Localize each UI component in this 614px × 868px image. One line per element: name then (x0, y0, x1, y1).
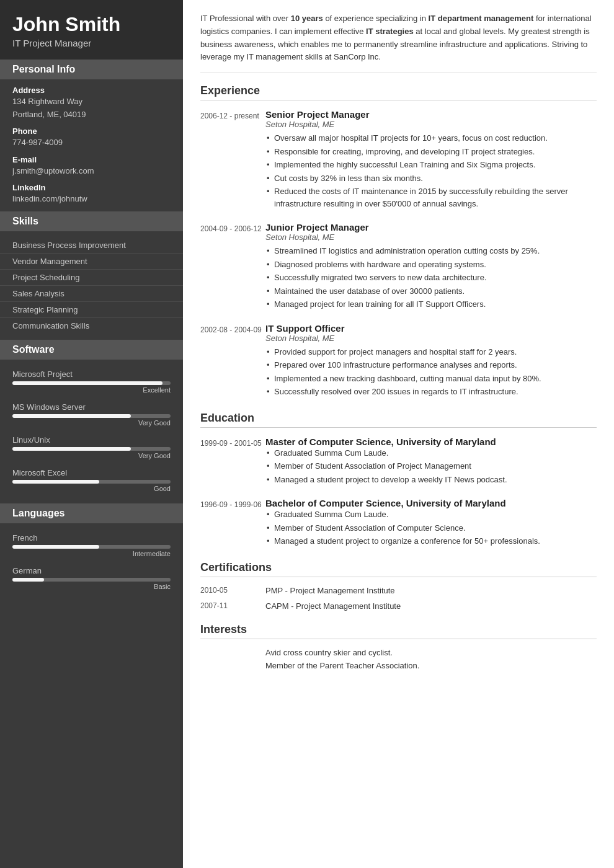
summary-text: IT Professional with over 10 years of ex… (200, 14, 592, 61)
interest-spacer (200, 648, 265, 657)
entry-bullet: Implemented a new tracking dashboard, cu… (265, 373, 597, 385)
skill-item: Business Process Improvement (0, 237, 183, 254)
entry: 1996-09 - 1999-06Bachelor of Computer Sc… (200, 498, 597, 549)
software-bar-fill (12, 381, 162, 385)
entry-bullet: Diagnosed problems with hardware and ope… (265, 259, 597, 271)
skills-section: Skills Business Process ImprovementVendo… (0, 211, 183, 340)
entry-body: Bachelor of Computer Science, University… (265, 498, 597, 549)
software-level-label: Good (12, 485, 171, 492)
interest-text: Avid cross country skier and cyclist. (265, 648, 393, 657)
software-bar (12, 381, 171, 385)
personal-info-heading: Personal Info (0, 60, 183, 79)
entry-bullets: Provided support for project managers an… (265, 346, 597, 398)
skill-item: Strategic Planning (0, 302, 183, 318)
languages-section: Languages FrenchIntermediateGermanBasic (0, 503, 183, 601)
entry-bullet: Streamlined IT logistics and administrat… (265, 245, 597, 257)
entry-body: Master of Computer Science, University o… (265, 436, 597, 487)
software-name: MS Windows Server (12, 402, 171, 412)
phone-label: Phone (0, 126, 183, 136)
interest-entry: Member of the Parent Teacher Association… (200, 661, 597, 670)
entry-bullet: Managed a student project to organize a … (265, 535, 597, 547)
interest-entries: Avid cross country skier and cyclist.Mem… (200, 648, 597, 670)
entry-bullet: Provided support for project managers an… (265, 346, 597, 358)
linkedin-label: LinkedIn (0, 183, 183, 192)
entry-bullet: Member of Student Association of Project… (265, 460, 597, 472)
entry-bullet: Member of Student Association of Compute… (265, 522, 597, 534)
skill-item: Communication Skills (0, 318, 183, 334)
entry: 2004-09 - 2006-12Junior Project ManagerS… (200, 222, 597, 312)
entry-bullets: Graduated Summa Cum Laude.Member of Stud… (265, 508, 597, 547)
entry-bullet: Responsible for creating, improving, and… (265, 146, 597, 158)
education-section: Education 1999-09 - 2001-05Master of Com… (200, 412, 597, 549)
cert-entry: 2007-11CAPM - Project Management Institu… (200, 601, 597, 611)
cert-entries: 2010-05PMP - Project Management Institut… (200, 586, 597, 611)
phone-value: 774-987-4009 (0, 136, 183, 149)
entry-title: Master of Computer Science, University o… (265, 436, 597, 447)
software-level-label: Very Good (12, 419, 171, 427)
entry-body: Junior Project ManagerSeton Hospital, ME… (265, 222, 597, 312)
entry-title: IT Support Officer (265, 323, 597, 334)
entry-bullet: Cut costs by 32% in less than six months… (265, 172, 597, 185)
software-list: Microsoft ProjectExcellentMS Windows Ser… (0, 366, 183, 497)
software-section: Software Microsoft ProjectExcellentMS Wi… (0, 340, 183, 503)
entry-title: Junior Project Manager (265, 222, 597, 232)
entry-date: 2004-09 - 2006-12 (200, 222, 265, 312)
certifications-section: Certifications 2010-05PMP - Project Mana… (200, 561, 597, 611)
entry-date: 2006-12 - present (200, 109, 265, 211)
software-name: Microsoft Excel (12, 468, 171, 477)
experience-entries: 2006-12 - presentSenior Project ManagerS… (200, 109, 597, 399)
language-bar-fill (12, 578, 44, 582)
software-bar-fill (12, 447, 131, 451)
address-label: Address (0, 86, 183, 95)
entry: 2006-12 - presentSenior Project ManagerS… (200, 109, 597, 211)
entry-title: Senior Project Manager (265, 109, 597, 120)
entry-bullet: Maintained the user database of over 300… (265, 285, 597, 298)
software-bar (12, 414, 171, 418)
software-bar-fill (12, 414, 131, 418)
address-line2: Portland, ME, 04019 (0, 108, 183, 121)
software-item: Microsoft ProjectExcellent (0, 366, 183, 399)
interest-spacer (200, 661, 265, 670)
entry-subtitle: Seton Hospital, ME (265, 232, 597, 242)
skill-item: Sales Analysis (0, 286, 183, 302)
software-item: MS Windows ServerVery Good (0, 399, 183, 432)
entry-bullet: Graduated Summa Cum Laude. (265, 447, 597, 459)
entry-body: Senior Project ManagerSeton Hospital, ME… (265, 109, 597, 211)
entry-date: 1999-09 - 2001-05 (200, 436, 265, 487)
experience-section: Experience 2006-12 - presentSenior Proje… (200, 84, 597, 399)
skills-heading: Skills (0, 211, 183, 231)
software-level-label: Very Good (12, 452, 171, 459)
entry-date: 1996-09 - 1999-06 (200, 498, 265, 549)
resume: John Smith IT Project Manager Personal I… (0, 0, 614, 868)
main-content: IT Professional with over 10 years of ex… (183, 0, 614, 868)
language-name: German (12, 566, 171, 575)
entry-bullet: Successfully migrated two servers to new… (265, 272, 597, 284)
entry-title: Bachelor of Computer Science, University… (265, 498, 597, 508)
entry-subtitle: Seton Hospital, ME (265, 120, 597, 129)
interest-entry: Avid cross country skier and cyclist. (200, 648, 597, 657)
languages-list: FrenchIntermediateGermanBasic (0, 529, 183, 595)
language-level-label: Basic (12, 583, 171, 590)
language-bar-fill (12, 545, 99, 549)
entry: 2002-08 - 2004-09IT Support OfficerSeton… (200, 323, 597, 399)
sidebar: John Smith IT Project Manager Personal I… (0, 0, 183, 868)
certifications-heading: Certifications (200, 561, 597, 577)
skill-item: Vendor Management (0, 254, 183, 270)
cert-label: PMP - Project Management Institute (265, 586, 395, 595)
software-item: Microsoft ExcelGood (0, 464, 183, 497)
candidate-title: IT Project Manager (12, 38, 171, 48)
software-name: Linux/Unix (12, 435, 171, 445)
software-bar (12, 447, 171, 451)
cert-date: 2010-05 (200, 586, 265, 595)
entry-bullet: Implemented the highly successful Lean T… (265, 159, 597, 171)
software-level-label: Excellent (12, 386, 171, 394)
entry-subtitle: Seton Hospital, ME (265, 334, 597, 343)
skills-list: Business Process ImprovementVendor Manag… (0, 237, 183, 334)
sidebar-header: John Smith IT Project Manager (0, 0, 183, 60)
entry-bullet: Graduated Summa Cum Laude. (265, 508, 597, 521)
language-bar (12, 545, 171, 549)
entry-bullet: Oversaw all major hospital IT projects f… (265, 132, 597, 144)
entry-bullet: Reduced the costs of IT maintenance in 2… (265, 185, 597, 210)
language-level-label: Intermediate (12, 550, 171, 557)
entry-bullet: Managed project for lean training for al… (265, 298, 597, 311)
